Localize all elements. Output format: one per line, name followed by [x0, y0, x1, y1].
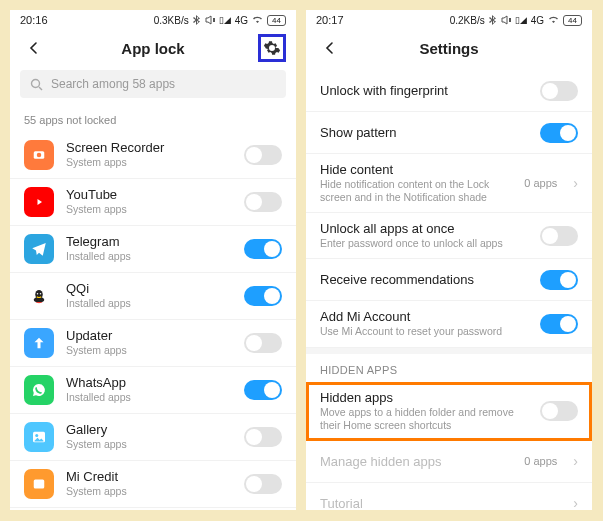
- app-toggle[interactable]: [244, 145, 282, 165]
- settings-button[interactable]: [258, 34, 286, 62]
- setting-text: Receive recommendations: [320, 272, 528, 287]
- settings-list: Unlock with fingerprintShow patternHide …: [306, 70, 592, 510]
- settings-row[interactable]: Receive recommendations: [306, 259, 592, 301]
- header-spacer: [554, 34, 582, 62]
- header: App lock: [10, 28, 296, 70]
- setting-text: Manage hidden apps: [320, 454, 512, 469]
- setting-toggle[interactable]: [540, 81, 578, 101]
- app-toggle[interactable]: [244, 192, 282, 212]
- section-label: 55 apps not locked: [10, 104, 296, 132]
- app-icon: [24, 187, 54, 217]
- setting-toggle[interactable]: [540, 314, 578, 334]
- app-sub: System apps: [66, 438, 232, 451]
- app-row[interactable]: QQiInstalled apps: [10, 273, 296, 320]
- chevron-right-icon: ›: [573, 495, 578, 510]
- settings-row[interactable]: Manage hidden apps0 apps›: [306, 441, 592, 483]
- app-name: WhatsApp: [66, 375, 232, 390]
- app-icon: [24, 140, 54, 170]
- app-row[interactable]: Screen RecorderSystem apps: [10, 132, 296, 179]
- app-text: UpdaterSystem apps: [66, 328, 232, 357]
- app-name: Updater: [66, 328, 232, 343]
- setting-sub: Hide notification content on the Lock sc…: [320, 178, 512, 204]
- svg-point-3: [37, 153, 42, 158]
- setting-title: Manage hidden apps: [320, 454, 512, 469]
- app-toggle[interactable]: [244, 239, 282, 259]
- status-right: 0.2KB/s ▯◢ 4G 44: [450, 15, 582, 26]
- setting-title: Tutorial: [320, 496, 557, 510]
- app-list: Screen RecorderSystem appsYouTubeSystem …: [10, 132, 296, 510]
- battery-icon: 44: [267, 15, 286, 26]
- search-icon: [30, 78, 43, 91]
- status-net: 0.2KB/s: [450, 15, 485, 26]
- app-text: YouTubeSystem apps: [66, 187, 232, 216]
- app-text: GallerySystem apps: [66, 422, 232, 451]
- setting-count: 0 apps: [524, 177, 557, 189]
- settings-row[interactable]: Tutorial›: [306, 483, 592, 510]
- app-toggle[interactable]: [244, 380, 282, 400]
- page-title: App lock: [48, 40, 258, 57]
- settings-row[interactable]: Hide contentHide notification content on…: [306, 154, 592, 213]
- app-icon: [24, 469, 54, 499]
- app-row[interactable]: TelegramInstalled apps: [10, 226, 296, 273]
- status-signal: 4G: [531, 15, 544, 26]
- setting-sub: Enter password once to unlock all apps: [320, 237, 528, 250]
- settings-row[interactable]: Add Mi AccountUse Mi Account to reset yo…: [306, 301, 592, 347]
- app-row[interactable]: Mi CreditSystem apps: [10, 461, 296, 508]
- setting-title: Unlock all apps at once: [320, 221, 528, 236]
- wifi-icon: [252, 16, 263, 24]
- app-name: Gallery: [66, 422, 232, 437]
- back-button[interactable]: [20, 34, 48, 62]
- setting-title: Show pattern: [320, 125, 528, 140]
- setting-sub: Use Mi Account to reset your password: [320, 325, 528, 338]
- app-row[interactable]: GallerySystem apps: [10, 414, 296, 461]
- app-toggle[interactable]: [244, 333, 282, 353]
- mute-icon: [501, 15, 511, 25]
- settings-row[interactable]: Unlock all apps at onceEnter password on…: [306, 213, 592, 259]
- signal-icon: ▯◢: [515, 15, 527, 25]
- app-icon: [24, 234, 54, 264]
- setting-text: Show pattern: [320, 125, 528, 140]
- app-toggle[interactable]: [244, 474, 282, 494]
- app-sub: Installed apps: [66, 250, 232, 263]
- setting-toggle[interactable]: [540, 401, 578, 421]
- bluetooth-icon: [193, 15, 201, 25]
- app-name: YouTube: [66, 187, 232, 202]
- app-sub: System apps: [66, 344, 232, 357]
- phone-left: 20:16 0.3KB/s ▯◢ 4G 44 App lock Search a…: [10, 10, 296, 510]
- setting-title: Hide content: [320, 162, 512, 177]
- setting-toggle[interactable]: [540, 270, 578, 290]
- app-row[interactable]: WhatsAppInstalled apps: [10, 367, 296, 414]
- chevron-right-icon: ›: [573, 453, 578, 469]
- back-button[interactable]: [316, 34, 344, 62]
- svg-point-9: [40, 293, 42, 295]
- search-input[interactable]: Search among 58 apps: [20, 70, 286, 98]
- mute-icon: [205, 15, 215, 25]
- app-icon: [24, 375, 54, 405]
- setting-toggle[interactable]: [540, 123, 578, 143]
- settings-row[interactable]: Show pattern: [306, 112, 592, 154]
- app-text: WhatsAppInstalled apps: [66, 375, 232, 404]
- app-toggle[interactable]: [244, 286, 282, 306]
- app-sub: System apps: [66, 203, 232, 216]
- header: Settings: [306, 28, 592, 70]
- app-name: Screen Recorder: [66, 140, 232, 155]
- status-right: 0.3KB/s ▯◢ 4G 44: [154, 15, 286, 26]
- app-sub: System apps: [66, 485, 232, 498]
- setting-text: Add Mi AccountUse Mi Account to reset yo…: [320, 309, 528, 338]
- setting-title: Hidden apps: [320, 390, 528, 405]
- app-icon: [24, 281, 54, 311]
- app-row[interactable]: YouTubeSystem apps: [10, 179, 296, 226]
- settings-row[interactable]: Unlock with fingerprint: [306, 70, 592, 112]
- setting-toggle[interactable]: [540, 226, 578, 246]
- bluetooth-icon: [489, 15, 497, 25]
- status-bar: 20:17 0.2KB/s ▯◢ 4G 44: [306, 10, 592, 28]
- app-row[interactable]: UpdaterSystem apps: [10, 320, 296, 367]
- svg-rect-13: [34, 480, 45, 489]
- app-toggle[interactable]: [244, 427, 282, 447]
- app-sub: Installed apps: [66, 297, 232, 310]
- app-text: TelegramInstalled apps: [66, 234, 232, 263]
- hidden-apps-row[interactable]: Hidden appsMove apps to a hidden folder …: [306, 382, 592, 441]
- setting-title: Unlock with fingerprint: [320, 83, 528, 98]
- setting-text: Tutorial: [320, 496, 557, 510]
- app-icon: [24, 422, 54, 452]
